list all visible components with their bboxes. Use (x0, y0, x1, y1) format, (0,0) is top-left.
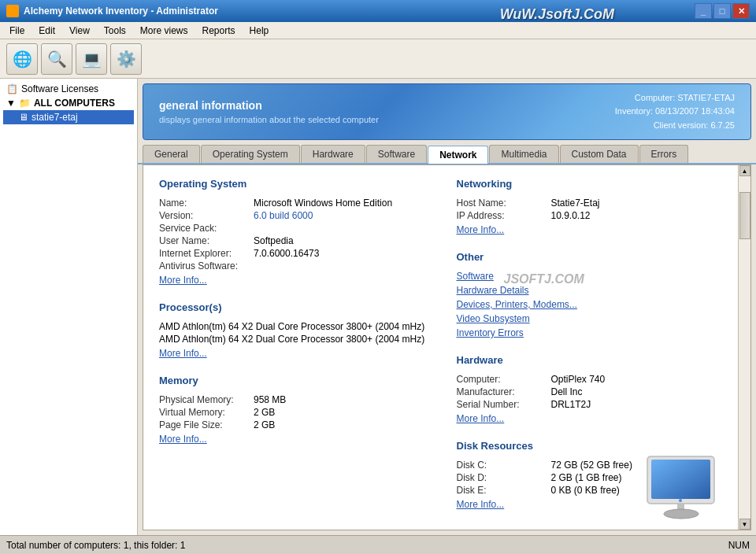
svg-rect-1 (651, 460, 710, 499)
window-controls[interactable]: _ □ ✕ (695, 3, 750, 19)
other-video-link[interactable]: Video Subsystem (457, 313, 723, 324)
os-version-label: Version: (159, 210, 254, 221)
sidebar-software-licenses-label: Software Licenses (21, 83, 98, 94)
menu-help[interactable]: Help (243, 24, 276, 38)
status-bar: Total number of computers: 1, this folde… (0, 535, 756, 554)
tab-software[interactable]: Software (366, 145, 427, 163)
header-computer-name: Computer: STATIE7-ETAJ (615, 91, 735, 105)
tab-custom-data[interactable]: Custom Data (560, 145, 639, 163)
app-icon (6, 5, 19, 17)
os-name-row: Name: Microsoft Windows Home Edition (159, 198, 425, 209)
sidebar-all-computers-label: ALL COMPUTERS (34, 98, 115, 109)
processor1-row: AMD Athlon(tm) 64 X2 Dual Core Processor… (159, 321, 425, 332)
hostname-label: Host Name: (457, 198, 551, 209)
physical-memory-row: Physical Memory: 958 MB (159, 394, 425, 405)
memory-more-info-link[interactable]: More Info... (159, 434, 425, 445)
menu-edit[interactable]: Edit (32, 24, 61, 38)
menu-reports[interactable]: Reports (196, 24, 242, 38)
toolbar: 🌐 🔍 💻 ⚙️ (0, 39, 756, 79)
virtual-memory-value: 2 GB (254, 407, 275, 418)
computer-small-icon: 🖥 (19, 112, 28, 123)
toolbar-computer-button[interactable]: 💻 (76, 43, 107, 75)
disk-c-value: 72 GB (52 GB free) (551, 460, 632, 471)
os-username-label: User Name: (159, 235, 254, 246)
ip-label: IP Address: (457, 210, 551, 221)
toolbar-settings-button[interactable]: ⚙️ (110, 43, 142, 75)
menu-more-views[interactable]: More views (134, 24, 195, 38)
networking-title: Networking (457, 178, 723, 191)
networking-more-info-link[interactable]: More Info... (457, 224, 723, 235)
folder-icon: 📁 (19, 98, 31, 109)
processor2-row: AMD Athlon(tm) 64 X2 Dual Core Processor… (159, 334, 425, 345)
os-username-row: User Name: Softpedia (159, 235, 425, 246)
tabs: General Operating System Hardware Softwa… (138, 145, 756, 164)
sidebar-computer-item[interactable]: 🖥 statie7-etaj (3, 110, 134, 124)
tab-operating-system[interactable]: Operating System (201, 145, 300, 163)
maximize-button[interactable]: □ (713, 3, 731, 19)
menu-file[interactable]: File (3, 24, 31, 38)
header-client-version: Client version: 6.7.25 (615, 119, 735, 133)
os-username-value: Softpedia (254, 235, 294, 246)
tab-errors[interactable]: Errors (639, 145, 689, 163)
physical-memory-value: 958 MB (254, 394, 286, 405)
sidebar-all-computers[interactable]: ▼ 📁 ALL COMPUTERS (3, 96, 134, 110)
expand-icon[interactable]: ▼ (6, 98, 16, 109)
tab-general[interactable]: General (143, 145, 200, 163)
svg-point-4 (679, 499, 682, 502)
scroll-thumb[interactable] (739, 192, 750, 239)
page-file-value: 2 GB (254, 419, 275, 430)
os-name-label: Name: (159, 198, 254, 209)
os-more-info-link[interactable]: More Info... (159, 275, 425, 286)
toolbar-search-button[interactable]: 🔍 (41, 43, 72, 75)
page-file-row: Page File Size: 2 GB (159, 419, 425, 430)
ip-value: 10.9.0.12 (551, 210, 591, 221)
physical-memory-label: Physical Memory: (159, 394, 254, 405)
title-bar: Alchemy Network Inventory - Administrato… (0, 0, 756, 22)
menu-bar: File Edit View Tools More views Reports … (0, 22, 756, 39)
other-software-link[interactable]: Software (457, 271, 723, 282)
header-banner: general information displays general inf… (143, 83, 751, 140)
toolbar-computer-icon: 💻 (82, 50, 102, 68)
processors-more-info-link[interactable]: More Info... (159, 348, 425, 359)
menu-tools[interactable]: Tools (98, 24, 132, 38)
menu-view[interactable]: View (63, 24, 96, 38)
serial-row: Serial Number: DRL1T2J (457, 399, 723, 410)
scroll-up-arrow[interactable]: ▲ (739, 165, 750, 176)
virtual-memory-label: Virtual Memory: (159, 407, 254, 418)
other-devices-link[interactable]: Devices, Printers, Modems... (457, 299, 723, 310)
memory-section: Memory Physical Memory: 958 MB Virtual M… (159, 375, 425, 445)
toolbar-search-icon: 🔍 (47, 50, 67, 68)
other-inventory-errors-link[interactable]: Inventory Errors (457, 327, 723, 338)
os-sp-row: Service Pack: (159, 223, 425, 234)
os-antivirus-label: Antivirus Software: (159, 260, 254, 271)
hostname-row: Host Name: Statie7-Etaj (457, 198, 723, 209)
manufacturer-row: Manufacturer: Dell Inc (457, 386, 723, 397)
os-antivirus-row: Antivirus Software: (159, 260, 425, 271)
computer-row: Computer: OptiPlex 740 (457, 374, 723, 385)
sidebar-software-licenses[interactable]: 📋 Software Licenses (3, 82, 134, 96)
tab-hardware[interactable]: Hardware (301, 145, 365, 163)
minimize-button[interactable]: _ (695, 3, 712, 19)
title-bar-text: Alchemy Network Inventory - Administrato… (24, 6, 218, 17)
other-hardware-details-link[interactable]: Hardware Details (457, 285, 723, 296)
os-section-title: Operating System (159, 178, 425, 191)
disk-e-value: 0 KB (0 KB free) (551, 485, 620, 496)
processor2-value: AMD Athlon(tm) 64 X2 Dual Core Processor… (159, 334, 424, 345)
toolbar-network-button[interactable]: 🌐 (6, 43, 38, 75)
header-inventory: Inventory: 08/13/2007 18:43:04 (615, 105, 735, 119)
os-sp-label: Service Pack: (159, 223, 254, 234)
processors-title: Processor(s) (159, 301, 425, 315)
scrollbar-track[interactable]: ▲ ▼ (738, 165, 750, 530)
left-column: Operating System Name: Microsoft Windows… (159, 178, 425, 526)
tab-multimedia[interactable]: Multimedia (489, 145, 558, 163)
header-left: general information displays general inf… (159, 99, 379, 124)
status-right: NUM (728, 540, 750, 551)
hardware-more-info-link[interactable]: More Info... (457, 413, 723, 424)
disk-d-value: 2 GB (1 GB free) (551, 472, 622, 483)
close-button[interactable]: ✕ (732, 3, 750, 19)
scroll-down-arrow[interactable]: ▼ (739, 519, 750, 530)
tab-network[interactable]: Network (428, 146, 488, 164)
page-file-label: Page File Size: (159, 419, 254, 430)
detail-scroll[interactable]: Operating System Name: Microsoft Windows… (143, 165, 738, 530)
main-layout: 📋 Software Licenses ▼ 📁 ALL COMPUTERS 🖥 … (0, 79, 756, 535)
